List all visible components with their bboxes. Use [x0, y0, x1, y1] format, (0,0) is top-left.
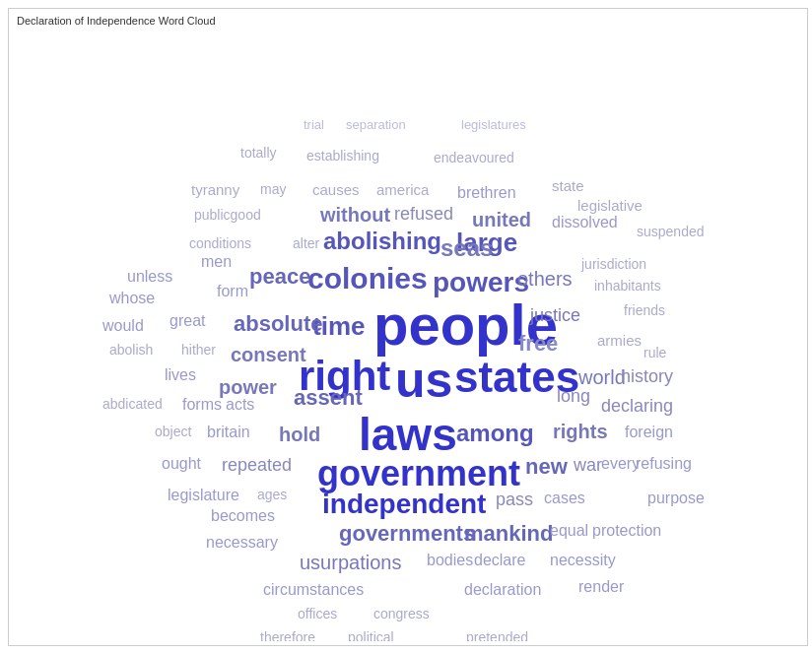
word-refusing: refusing: [636, 456, 692, 472]
word-congress: congress: [373, 607, 430, 621]
word-rule: rule: [643, 346, 666, 360]
word-whose: whose: [109, 291, 155, 306]
word-acts: acts: [226, 397, 254, 413]
word-offices: offices: [298, 607, 337, 621]
word-war: war: [574, 456, 602, 474]
word-forms: forms: [182, 397, 222, 413]
word-power: power: [219, 377, 277, 397]
word-cases: cases: [544, 490, 585, 506]
word-justice: justice: [530, 306, 580, 324]
word-totally: totally: [240, 146, 277, 160]
word-abolishing: abolishing: [323, 229, 441, 253]
word-history: history: [621, 367, 673, 385]
word-bodies: bodies: [427, 553, 473, 568]
word-every: every: [601, 456, 640, 472]
word-inhabitants: inhabitants: [594, 279, 661, 293]
word-declaration: declaration: [464, 582, 541, 598]
word-men: men: [201, 254, 232, 270]
word-friends: friends: [624, 303, 665, 317]
word-legislative: legislative: [577, 198, 643, 213]
word-protection: protection: [592, 523, 661, 539]
word-equal: equal: [550, 523, 588, 539]
word-laws: laws: [359, 412, 457, 457]
word-united: united: [472, 210, 531, 229]
word-tyranny: tyranny: [191, 182, 239, 197]
word-assent: assent: [294, 387, 363, 409]
word-object: object: [155, 425, 191, 438]
word-dissolved: dissolved: [552, 215, 618, 230]
word-powers: powers: [433, 269, 529, 296]
word-governments: governments: [339, 523, 475, 545]
word-without: without: [320, 205, 390, 225]
word-declaring: declaring: [601, 397, 673, 415]
word-conditions: conditions: [189, 236, 251, 250]
word-necessity: necessity: [550, 553, 616, 568]
word-pretended: pretended: [466, 630, 528, 641]
word-legislatures: legislatures: [461, 118, 526, 131]
word-ought: ought: [162, 456, 201, 472]
word-political: political: [348, 630, 394, 641]
word-us: us: [395, 356, 452, 405]
word-unless: unless: [127, 269, 172, 285]
word-independent: independent: [322, 490, 486, 518]
word-among: among: [456, 422, 534, 445]
word-long: long: [557, 387, 590, 405]
word-trial: trial: [304, 118, 324, 131]
word-seas: seas: [440, 236, 493, 260]
word-great: great: [169, 313, 205, 329]
word-form: form: [217, 284, 248, 299]
word-circumstances: circumstances: [263, 582, 364, 598]
word-britain: britain: [207, 425, 250, 440]
word-government: government: [317, 456, 520, 491]
word-alter: alter: [293, 236, 319, 250]
word-armies: armies: [597, 333, 642, 348]
word-may: may: [260, 182, 286, 196]
word-jurisdiction: jurisdiction: [581, 257, 646, 271]
word-separation: separation: [346, 118, 406, 131]
word-declare: declare: [474, 553, 525, 568]
word-new: new: [525, 456, 568, 478]
word-repeated: repeated: [222, 456, 292, 474]
chart-title: Declaration of Independence Word Cloud: [9, 9, 807, 33]
word-would: would: [102, 318, 144, 334]
word-establishing: establishing: [306, 149, 379, 163]
word-others: others: [517, 269, 573, 289]
word-brethren: brethren: [457, 185, 516, 201]
chart-container: Declaration of Independence Word Cloud p…: [8, 8, 808, 646]
word-lives: lives: [165, 367, 196, 383]
word-consent: consent: [231, 345, 306, 364]
word-peace: peace: [249, 266, 310, 288]
word-necessary: necessary: [206, 535, 278, 551]
word-rights: rights: [553, 422, 608, 441]
word-state: state: [552, 178, 584, 193]
word-ages: ages: [257, 488, 287, 501]
word-abdicated: abdicated: [102, 397, 163, 411]
word-mankind: mankind: [464, 523, 553, 545]
word-publicgood: publicgood: [194, 208, 261, 222]
word-foreign: foreign: [625, 425, 673, 440]
word-render: render: [578, 579, 624, 595]
word-cloud: peopleusstateslawsrightgovernmentindepen…: [9, 33, 807, 641]
word-absolute: absolute: [234, 313, 322, 335]
word-pass: pass: [496, 490, 533, 508]
word-legislature: legislature: [168, 488, 239, 503]
word-purpose: purpose: [647, 490, 705, 506]
word-endeavoured: endeavoured: [434, 151, 514, 164]
word-america: america: [376, 182, 429, 197]
word-free: free: [518, 333, 558, 355]
word-colonies: colonies: [307, 264, 428, 294]
word-refused: refused: [394, 205, 453, 223]
word-usurpations: usurpations: [300, 553, 401, 572]
word-therefore: therefore: [260, 630, 315, 641]
word-causes: causes: [312, 182, 360, 197]
word-suspended: suspended: [637, 225, 705, 238]
word-becomes: becomes: [211, 508, 275, 524]
word-hither: hither: [181, 343, 216, 357]
word-world: world: [578, 367, 626, 387]
word-hold: hold: [279, 425, 320, 444]
word-abolish: abolish: [109, 343, 153, 357]
